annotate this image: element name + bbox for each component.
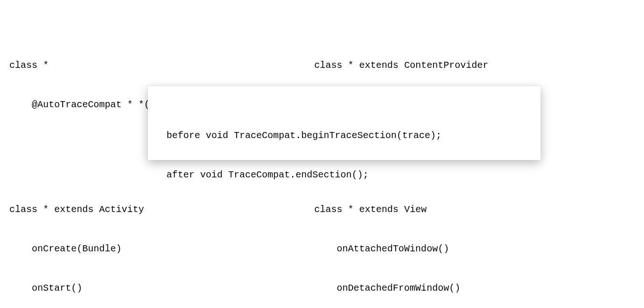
code-line: onCreate(Bundle) bbox=[9, 242, 296, 256]
code-line: onDetachedFromWindow() bbox=[314, 282, 494, 295]
overlay-line: after void TraceCompat.endSection(); bbox=[166, 169, 522, 182]
code-line: onStart() bbox=[9, 282, 296, 295]
code-line: class * extends View bbox=[314, 203, 494, 216]
group-activity: class * extends Activity onCreate(Bundle… bbox=[9, 177, 296, 308]
group-view: class * extends View onAttachedToWindow(… bbox=[314, 177, 494, 308]
overlay-card: before void TraceCompat.beginTraceSectio… bbox=[148, 86, 541, 160]
overlay-line: before void TraceCompat.beginTraceSectio… bbox=[166, 129, 522, 142]
code-line: class * extends Activity bbox=[9, 203, 296, 216]
code-line: class * extends ContentProvider bbox=[314, 59, 494, 72]
code-line: class * bbox=[9, 59, 296, 72]
code-line: onAttachedToWindow() bbox=[314, 242, 494, 256]
